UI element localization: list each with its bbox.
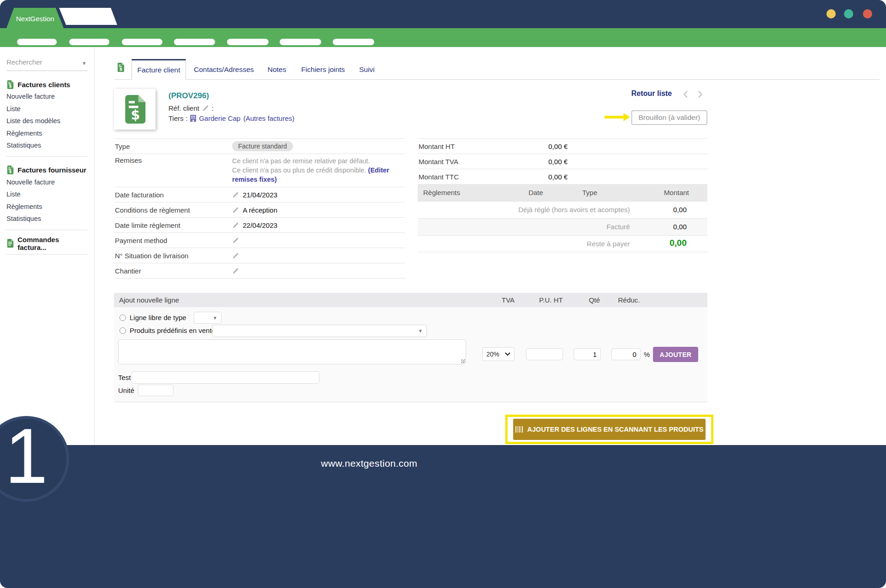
- chevron-down-icon: [505, 352, 510, 356]
- radio-predefined-product[interactable]: [120, 327, 126, 334]
- column-header: P.U. HT: [533, 296, 569, 304]
- tiers-link[interactable]: Garderie Cap: [199, 114, 240, 122]
- divider: [6, 156, 88, 157]
- qty-input[interactable]: [574, 348, 601, 360]
- edit-pencil-icon[interactable]: [232, 237, 239, 244]
- tva-value: 20%: [486, 350, 499, 358]
- row-value: A réception: [243, 206, 277, 214]
- tab-fichiers-joints[interactable]: Fichiers joints: [299, 59, 347, 80]
- sidebar-section-commandes[interactable]: Commandes factura...: [6, 238, 88, 249]
- sidebar-section-factures-fournisseur: Factures fournisseur: [6, 164, 88, 176]
- browser-tab-redacted[interactable]: [59, 8, 117, 25]
- tva-select[interactable]: 20%: [482, 347, 515, 361]
- edit-pencil-icon[interactable]: [232, 267, 239, 274]
- tab-facture-client[interactable]: Facture client: [132, 59, 186, 80]
- tiers-row: Tiers : Garderie Cap (Autres factures): [168, 114, 294, 122]
- column-header: Type: [576, 189, 604, 196]
- brand-tab[interactable]: NextGestion: [6, 8, 64, 28]
- ajouter-button[interactable]: AJOUTER: [653, 347, 698, 362]
- resize-grip[interactable]: [461, 359, 465, 363]
- table-row-reste-a-payer: Reste à payer 0,00: [418, 235, 707, 252]
- row-label: Remises: [114, 156, 232, 164]
- menu-item-redacted[interactable]: [174, 39, 215, 45]
- pu-ht-input[interactable]: [526, 348, 563, 360]
- title-bar: NextGestion: [0, 0, 886, 28]
- sidebar-item-liste-f[interactable]: Liste: [6, 188, 88, 201]
- unite-label: Unité: [118, 386, 134, 394]
- reduc-input[interactable]: [611, 348, 641, 360]
- amounts-table: Montant HT 0,00 € Montant TVA 0,00 € Mon…: [418, 138, 707, 252]
- edit-pencil-icon[interactable]: [232, 191, 239, 198]
- sidebar-item-liste[interactable]: Liste: [6, 103, 88, 115]
- site-url: www.nextgestion.com: [321, 458, 418, 469]
- table-row-facture: Facturé 0,00: [418, 218, 707, 235]
- tab-contacts-adresses[interactable]: Contacts/Adresses: [195, 59, 252, 80]
- row-label: Date limite règlement: [114, 221, 232, 229]
- table-row-deja-regle: Déjà réglé (hors avoirs et acomptes) 0,0…: [418, 201, 707, 218]
- invoice-ref: (PROV296): [168, 91, 209, 101]
- edit-pencil-icon[interactable]: [202, 105, 209, 112]
- chevron-left-icon[interactable]: [683, 90, 688, 98]
- retour-liste-link[interactable]: Retour liste: [631, 89, 672, 98]
- row-value: 0,00 €: [548, 143, 568, 150]
- search-input[interactable]: Rechercher ▼: [6, 58, 88, 71]
- row-value: 22/04/2023: [243, 221, 277, 229]
- row-label: Type: [114, 143, 232, 150]
- edit-pencil-icon[interactable]: [232, 252, 239, 259]
- row-label: Payment method: [114, 237, 232, 244]
- scan-products-button[interactable]: AJOUTER DES LIGNES EN SCANNANT LES PRODU…: [513, 419, 706, 440]
- tiers-label: Tiers :: [168, 114, 187, 122]
- menu-item-redacted[interactable]: [17, 39, 57, 45]
- sidebar-item-nouvelle-facture[interactable]: Nouvelle facture: [6, 90, 88, 103]
- sidebar-item-nouvelle-facture-f[interactable]: Nouvelle facture: [6, 176, 88, 189]
- radio-free-line[interactable]: [120, 315, 126, 321]
- row-value: 0,00: [673, 223, 687, 231]
- row-label: Déjà réglé (hors avoirs et acomptes): [518, 206, 630, 214]
- menu-item-redacted[interactable]: [69, 39, 109, 45]
- invoice-icon: [6, 80, 14, 89]
- colon: :: [212, 104, 214, 112]
- row-value: 0,00: [670, 238, 687, 248]
- search-placeholder: Rechercher: [6, 58, 42, 66]
- table-row-date-facturation: Date facturation 21/04/2023: [114, 187, 405, 202]
- sidebar-item-reglements[interactable]: Règlements: [6, 127, 88, 140]
- column-header: Réduc.: [611, 296, 647, 304]
- edit-pencil-icon[interactable]: [232, 207, 239, 214]
- column-header: TVA: [494, 296, 522, 304]
- table-row-date-limite: Date limite règlement 22/04/2023: [114, 217, 405, 232]
- tiers-extra-link[interactable]: (Autres factures): [243, 114, 294, 122]
- free-line-type-select[interactable]: ▼: [194, 312, 222, 324]
- table-row-conditions: Conditions de règlement A réception: [114, 202, 405, 217]
- sidebar-item-reglements-f[interactable]: Règlements: [6, 201, 88, 213]
- sidebar-item-liste-modeles[interactable]: Liste des modèles: [6, 115, 88, 127]
- sidebar-item-statistiques-f[interactable]: Statistiques: [6, 213, 88, 225]
- minimize-dot[interactable]: [826, 9, 836, 18]
- row-value: 21/04/2023: [243, 191, 277, 199]
- menu-item-redacted[interactable]: [280, 39, 321, 45]
- line-description-textarea[interactable]: [118, 339, 466, 364]
- chevron-right-icon[interactable]: [698, 90, 703, 98]
- menu-item-redacted[interactable]: [333, 39, 374, 45]
- menu-item-redacted[interactable]: [227, 39, 269, 45]
- type-badge: Facture standard: [232, 141, 293, 151]
- maximize-dot[interactable]: [844, 9, 853, 18]
- radio-label: Produits prédéfinis en vente: [130, 327, 216, 334]
- section-title: Ajout nouvelle ligne: [114, 296, 179, 304]
- column-header: Date: [522, 189, 550, 196]
- unite-input[interactable]: [138, 385, 174, 396]
- sidebar-section-factures-clients: Factures clients: [6, 78, 88, 90]
- table-row-montant-tva: Montant TVA 0,00 €: [418, 154, 707, 169]
- sidebar-item-statistiques[interactable]: Statistiques: [6, 139, 88, 152]
- barcode-icon: [515, 426, 524, 433]
- table-row-type: Type Facture standard: [114, 138, 405, 154]
- tab-suivi[interactable]: Suivi: [356, 59, 377, 80]
- divider: [6, 254, 88, 255]
- predefined-product-select[interactable]: ▼: [212, 325, 427, 337]
- scan-button-highlight-box: AJOUTER DES LIGNES EN SCANNANT LES PRODU…: [505, 415, 713, 444]
- tab-notes[interactable]: Notes: [264, 59, 290, 80]
- close-dot[interactable]: [863, 9, 872, 18]
- menu-item-redacted[interactable]: [122, 39, 162, 45]
- test-input[interactable]: [132, 371, 319, 384]
- edit-pencil-icon[interactable]: [232, 222, 239, 229]
- row-label: Reste à payer: [587, 240, 630, 248]
